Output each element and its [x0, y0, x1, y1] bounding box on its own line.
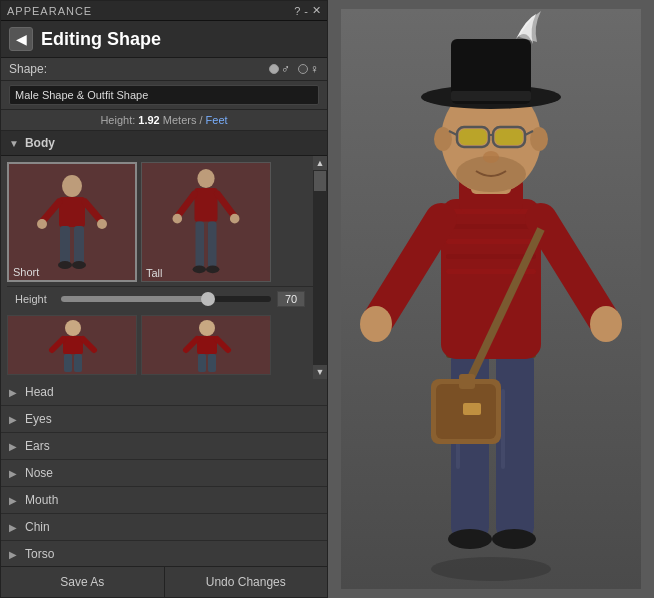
shape-name-input[interactable]	[9, 85, 319, 105]
short-figure	[9, 164, 135, 280]
torso-label: Torso	[25, 547, 54, 561]
svg-rect-59	[463, 403, 481, 415]
svg-point-35	[431, 557, 551, 581]
window-title: APPEARANCE	[7, 5, 92, 17]
avatar-container	[328, 0, 654, 598]
svg-rect-26	[74, 354, 82, 372]
left-panel: APPEARANCE ? - ✕ ◀ Editing Shape Shape: …	[0, 0, 328, 598]
svg-point-72	[483, 151, 499, 163]
minimize-button[interactable]: -	[304, 5, 308, 17]
body-section-header[interactable]: ▼ Body	[1, 131, 327, 156]
save-as-button[interactable]: Save As	[1, 567, 165, 597]
close-button[interactable]: ✕	[312, 4, 321, 17]
menu-item-chin[interactable]: ▶ Chin	[1, 514, 327, 541]
header: ◀ Editing Shape	[1, 21, 327, 58]
svg-rect-47	[446, 224, 536, 229]
short-label: Short	[13, 266, 39, 278]
menu-item-torso[interactable]: ▶ Torso	[1, 541, 327, 566]
undo-changes-button[interactable]: Undo Changes	[165, 567, 328, 597]
head-label: Head	[25, 385, 54, 399]
height-value: 1.92	[138, 114, 162, 126]
mouth-label: Mouth	[25, 493, 58, 507]
svg-rect-66	[495, 129, 523, 145]
menu-item-mouth[interactable]: ▶ Mouth	[1, 487, 327, 514]
svg-point-7	[97, 219, 107, 229]
svg-rect-1	[59, 197, 85, 227]
gender-female-radio[interactable]	[298, 64, 308, 74]
bottom-buttons: Save As Undo Changes	[1, 566, 327, 597]
menu-item-ears[interactable]: ▶ Ears	[1, 433, 327, 460]
gender-male-option[interactable]: ♂	[269, 62, 290, 76]
svg-point-54	[590, 306, 622, 342]
help-button[interactable]: ?	[294, 5, 300, 17]
scroll-up-button[interactable]: ▲	[313, 156, 327, 170]
svg-rect-46	[446, 209, 536, 214]
svg-point-41	[492, 529, 536, 549]
height-slider-track[interactable]	[61, 296, 271, 302]
height-slider-knob[interactable]	[201, 292, 215, 306]
scroll-track	[313, 170, 327, 365]
svg-point-10	[197, 169, 214, 188]
svg-point-16	[173, 214, 183, 224]
svg-line-3	[85, 202, 102, 222]
svg-point-21	[65, 320, 81, 336]
female-icon: ♀	[310, 62, 319, 76]
nose-arrow-icon: ▶	[9, 468, 17, 479]
svg-rect-48	[446, 239, 536, 244]
svg-point-17	[230, 214, 240, 224]
side-scrollbar: ▲ ▼	[313, 156, 327, 379]
window-controls: ? - ✕	[294, 4, 321, 17]
menu-list: ▶ Head ▶ Eyes ▶ Ears ▶ Nose ▶ Mouth ▶ Ch…	[1, 379, 327, 566]
page-title: Editing Shape	[41, 29, 161, 50]
thumbnails-column: Short	[1, 156, 313, 379]
svg-rect-5	[74, 226, 84, 264]
svg-point-40	[448, 529, 492, 549]
ears-label: Ears	[25, 439, 50, 453]
height-slider-fill	[61, 296, 208, 302]
back-button[interactable]: ◀	[9, 27, 33, 51]
height-label: Height:	[100, 114, 135, 126]
short-figure-svg	[32, 172, 112, 272]
body-thumb-2[interactable]	[141, 315, 271, 375]
svg-point-53	[360, 306, 392, 342]
svg-point-6	[37, 219, 47, 229]
svg-point-8	[58, 261, 72, 269]
body-thumb-1[interactable]	[7, 315, 137, 375]
gender-female-option[interactable]: ♀	[298, 62, 319, 76]
shape-name-row	[1, 81, 327, 110]
height-slider-value: 70	[277, 291, 305, 307]
eyes-label: Eyes	[25, 412, 52, 426]
gender-male-radio[interactable]	[269, 64, 279, 74]
scroll-down-button[interactable]: ▼	[313, 365, 327, 379]
svg-rect-14	[195, 222, 204, 268]
chin-arrow-icon: ▶	[9, 522, 17, 533]
svg-line-2	[42, 202, 59, 222]
height-alt-unit[interactable]: Feet	[206, 114, 228, 126]
svg-rect-4	[60, 226, 70, 264]
gender-selector: ♂ ♀	[269, 62, 319, 76]
head-arrow-icon: ▶	[9, 387, 17, 398]
height-slider-row: Height 70	[7, 286, 313, 311]
scroll-thumb[interactable]	[314, 171, 326, 191]
torso-arrow-icon: ▶	[9, 549, 17, 560]
tall-thumbnail[interactable]: Tall	[141, 162, 271, 282]
body-thumb-1-svg	[8, 316, 137, 375]
back-icon: ◀	[16, 31, 27, 47]
top-thumbnails-row: Short	[7, 162, 313, 282]
height-slider-label: Height	[15, 293, 55, 305]
menu-item-eyes[interactable]: ▶ Eyes	[1, 406, 327, 433]
body-thumb-2-svg	[142, 316, 271, 375]
svg-point-0	[62, 175, 82, 197]
svg-line-13	[217, 194, 234, 217]
tall-figure	[142, 163, 270, 281]
eyes-arrow-icon: ▶	[9, 414, 17, 425]
menu-item-head[interactable]: ▶ Head	[1, 379, 327, 406]
svg-rect-39	[501, 389, 505, 469]
thumbnails-area: Short	[1, 156, 327, 379]
menu-item-nose[interactable]: ▶ Nose	[1, 460, 327, 487]
svg-rect-33	[208, 354, 216, 372]
short-thumbnail[interactable]: Short	[7, 162, 137, 282]
mouth-arrow-icon: ▶	[9, 495, 17, 506]
svg-rect-22	[63, 336, 83, 354]
tall-label: Tall	[146, 267, 163, 279]
